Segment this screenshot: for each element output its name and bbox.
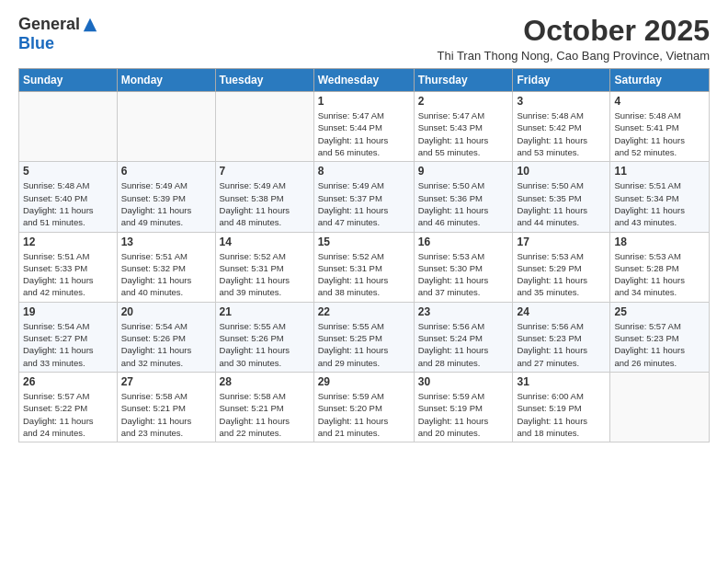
day-number: 19 bbox=[23, 305, 113, 318]
day-info: Sunrise: 5:49 AMSunset: 5:39 PMDaylight:… bbox=[121, 179, 211, 228]
title-section: October 2025 Thi Tran Thong Nong, Cao Ba… bbox=[437, 15, 710, 63]
day-info: Sunrise: 5:48 AMSunset: 5:40 PMDaylight:… bbox=[23, 179, 113, 228]
day-info: Sunrise: 5:55 AMSunset: 5:25 PMDaylight:… bbox=[318, 320, 410, 369]
table-row: 3Sunrise: 5:48 AMSunset: 5:42 PMDaylight… bbox=[513, 92, 610, 162]
day-info: Sunrise: 5:54 AMSunset: 5:27 PMDaylight:… bbox=[23, 320, 113, 369]
calendar-week-row: 1Sunrise: 5:47 AMSunset: 5:44 PMDaylight… bbox=[19, 92, 710, 162]
day-number: 21 bbox=[220, 305, 310, 318]
table-row: 17Sunrise: 5:53 AMSunset: 5:29 PMDayligh… bbox=[513, 232, 610, 302]
table-row: 1Sunrise: 5:47 AMSunset: 5:44 PMDaylight… bbox=[313, 92, 414, 162]
day-number: 25 bbox=[614, 305, 705, 318]
table-row: 14Sunrise: 5:52 AMSunset: 5:31 PMDayligh… bbox=[215, 232, 313, 302]
table-row: 28Sunrise: 5:58 AMSunset: 5:21 PMDayligh… bbox=[215, 372, 313, 442]
table-row: 29Sunrise: 5:59 AMSunset: 5:20 PMDayligh… bbox=[313, 372, 414, 442]
table-row: 8Sunrise: 5:49 AMSunset: 5:37 PMDaylight… bbox=[313, 162, 414, 232]
table-row: 11Sunrise: 5:51 AMSunset: 5:34 PMDayligh… bbox=[610, 162, 710, 232]
table-row bbox=[19, 92, 118, 162]
col-wednesday: Wednesday bbox=[313, 69, 414, 92]
table-row: 4Sunrise: 5:48 AMSunset: 5:41 PMDaylight… bbox=[610, 92, 710, 162]
table-row bbox=[215, 92, 313, 162]
day-number: 11 bbox=[614, 165, 705, 178]
table-row: 5Sunrise: 5:48 AMSunset: 5:40 PMDaylight… bbox=[19, 162, 118, 232]
day-info: Sunrise: 5:51 AMSunset: 5:34 PMDaylight:… bbox=[614, 179, 705, 228]
day-info: Sunrise: 5:48 AMSunset: 5:42 PMDaylight:… bbox=[517, 109, 606, 158]
weekday-row: Sunday Monday Tuesday Wednesday Thursday… bbox=[19, 69, 710, 92]
day-info: Sunrise: 5:59 AMSunset: 5:20 PMDaylight:… bbox=[318, 390, 410, 439]
day-info: Sunrise: 5:51 AMSunset: 5:33 PMDaylight:… bbox=[23, 250, 113, 299]
table-row: 26Sunrise: 5:57 AMSunset: 5:22 PMDayligh… bbox=[19, 372, 118, 442]
day-number: 6 bbox=[121, 165, 211, 178]
page: General Blue October 2025 Thi Tran Thong… bbox=[0, 0, 728, 452]
day-number: 5 bbox=[23, 165, 113, 178]
day-number: 15 bbox=[318, 236, 410, 248]
table-row: 22Sunrise: 5:55 AMSunset: 5:25 PMDayligh… bbox=[313, 302, 414, 372]
table-row: 13Sunrise: 5:51 AMSunset: 5:32 PMDayligh… bbox=[117, 232, 215, 302]
day-info: Sunrise: 5:57 AMSunset: 5:22 PMDaylight:… bbox=[23, 390, 113, 439]
table-row: 30Sunrise: 5:59 AMSunset: 5:19 PMDayligh… bbox=[414, 372, 513, 442]
col-tuesday: Tuesday bbox=[215, 69, 313, 92]
day-info: Sunrise: 5:53 AMSunset: 5:29 PMDaylight:… bbox=[517, 250, 606, 299]
day-info: Sunrise: 5:58 AMSunset: 5:21 PMDaylight:… bbox=[220, 390, 310, 439]
table-row: 2Sunrise: 5:47 AMSunset: 5:43 PMDaylight… bbox=[414, 92, 513, 162]
svg-marker-0 bbox=[84, 17, 97, 30]
day-info: Sunrise: 5:56 AMSunset: 5:24 PMDaylight:… bbox=[418, 320, 509, 369]
day-number: 20 bbox=[121, 305, 211, 318]
day-info: Sunrise: 5:54 AMSunset: 5:26 PMDaylight:… bbox=[121, 320, 211, 369]
table-row bbox=[117, 92, 215, 162]
day-number: 16 bbox=[418, 236, 509, 248]
day-info: Sunrise: 5:49 AMSunset: 5:37 PMDaylight:… bbox=[318, 179, 410, 228]
table-row: 10Sunrise: 5:50 AMSunset: 5:35 PMDayligh… bbox=[513, 162, 610, 232]
table-row: 18Sunrise: 5:53 AMSunset: 5:28 PMDayligh… bbox=[610, 232, 710, 302]
day-info: Sunrise: 5:50 AMSunset: 5:35 PMDaylight:… bbox=[517, 179, 606, 228]
day-number: 17 bbox=[517, 236, 606, 248]
table-row: 7Sunrise: 5:49 AMSunset: 5:38 PMDaylight… bbox=[215, 162, 313, 232]
logo: General Blue bbox=[18, 15, 98, 53]
table-row: 6Sunrise: 5:49 AMSunset: 5:39 PMDaylight… bbox=[117, 162, 215, 232]
day-info: Sunrise: 5:55 AMSunset: 5:26 PMDaylight:… bbox=[220, 320, 310, 369]
table-row: 19Sunrise: 5:54 AMSunset: 5:27 PMDayligh… bbox=[19, 302, 118, 372]
day-info: Sunrise: 5:48 AMSunset: 5:41 PMDaylight:… bbox=[614, 109, 705, 158]
table-row: 31Sunrise: 6:00 AMSunset: 5:19 PMDayligh… bbox=[513, 372, 610, 442]
day-info: Sunrise: 5:47 AMSunset: 5:43 PMDaylight:… bbox=[418, 109, 509, 158]
day-number: 13 bbox=[121, 236, 211, 248]
day-number: 7 bbox=[220, 165, 310, 178]
day-number: 24 bbox=[517, 305, 606, 318]
calendar-week-row: 19Sunrise: 5:54 AMSunset: 5:27 PMDayligh… bbox=[19, 302, 710, 372]
day-info: Sunrise: 5:52 AMSunset: 5:31 PMDaylight:… bbox=[220, 250, 310, 299]
day-number: 1 bbox=[318, 95, 410, 108]
day-number: 30 bbox=[418, 375, 509, 388]
table-row: 25Sunrise: 5:57 AMSunset: 5:23 PMDayligh… bbox=[610, 302, 710, 372]
table-row: 24Sunrise: 5:56 AMSunset: 5:23 PMDayligh… bbox=[513, 302, 610, 372]
day-number: 22 bbox=[318, 305, 410, 318]
subtitle: Thi Tran Thong Nong, Cao Bang Province, … bbox=[437, 49, 710, 63]
col-monday: Monday bbox=[117, 69, 215, 92]
day-number: 8 bbox=[318, 165, 410, 178]
table-row: 15Sunrise: 5:52 AMSunset: 5:31 PMDayligh… bbox=[313, 232, 414, 302]
day-number: 14 bbox=[220, 236, 310, 248]
day-number: 18 bbox=[614, 236, 705, 248]
day-info: Sunrise: 5:52 AMSunset: 5:31 PMDaylight:… bbox=[318, 250, 410, 299]
table-row: 12Sunrise: 5:51 AMSunset: 5:33 PMDayligh… bbox=[19, 232, 118, 302]
day-info: Sunrise: 5:59 AMSunset: 5:19 PMDaylight:… bbox=[418, 390, 509, 439]
day-number: 26 bbox=[23, 375, 113, 388]
day-info: Sunrise: 5:56 AMSunset: 5:23 PMDaylight:… bbox=[517, 320, 606, 369]
table-row: 23Sunrise: 5:56 AMSunset: 5:24 PMDayligh… bbox=[414, 302, 513, 372]
calendar-header: Sunday Monday Tuesday Wednesday Thursday… bbox=[19, 69, 710, 92]
day-info: Sunrise: 5:51 AMSunset: 5:32 PMDaylight:… bbox=[121, 250, 211, 299]
day-info: Sunrise: 5:57 AMSunset: 5:23 PMDaylight:… bbox=[614, 320, 705, 369]
day-number: 12 bbox=[23, 236, 113, 248]
col-friday: Friday bbox=[513, 69, 610, 92]
table-row: 27Sunrise: 5:58 AMSunset: 5:21 PMDayligh… bbox=[117, 372, 215, 442]
table-row: 21Sunrise: 5:55 AMSunset: 5:26 PMDayligh… bbox=[215, 302, 313, 372]
day-info: Sunrise: 5:53 AMSunset: 5:28 PMDaylight:… bbox=[614, 250, 705, 299]
logo-icon bbox=[82, 17, 98, 33]
day-info: Sunrise: 5:53 AMSunset: 5:30 PMDaylight:… bbox=[418, 250, 509, 299]
col-sunday: Sunday bbox=[19, 69, 118, 92]
col-thursday: Thursday bbox=[414, 69, 513, 92]
table-row: 20Sunrise: 5:54 AMSunset: 5:26 PMDayligh… bbox=[117, 302, 215, 372]
calendar-week-row: 12Sunrise: 5:51 AMSunset: 5:33 PMDayligh… bbox=[19, 232, 710, 302]
day-number: 10 bbox=[517, 165, 606, 178]
day-number: 2 bbox=[418, 95, 509, 108]
month-title: October 2025 bbox=[437, 15, 710, 47]
logo-blue: Blue bbox=[18, 34, 54, 53]
